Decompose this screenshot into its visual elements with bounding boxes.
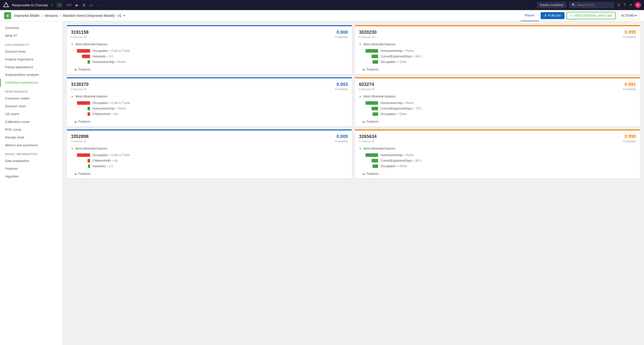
most-influential-toggle[interactable]: ▼ Most influential features <box>71 147 348 150</box>
refresh-icon[interactable]: ↻ <box>57 3 63 8</box>
nav-icons: ⤴ ↻ </> ▶ ⊞ ▭ ··· <box>51 3 100 8</box>
chevron-down-icon[interactable]: ▾ <box>124 14 125 17</box>
sidebar-item-confusion-matrix[interactable]: Confusion matrix <box>0 95 63 102</box>
sidebar-item-decision-trees[interactable]: Decision trees <box>0 48 63 56</box>
search-icon: 🔍 <box>572 3 576 7</box>
feature-bar-container <box>363 112 378 116</box>
expand-arrow-icon: ▶ <box>363 173 365 175</box>
feature-label: CurrentEquipmentDays = 84.0 <box>381 55 421 58</box>
actions-button[interactable]: ACTIONS ▾ <box>618 12 640 19</box>
collapse-arrow-icon: ▼ <box>359 43 361 46</box>
expand-arrow-icon: ▶ <box>363 68 365 71</box>
search-bar[interactable]: 🔍 Search DSS... <box>569 2 614 8</box>
card-probability: 0.005 <box>335 134 348 139</box>
feature-row: Handsets = 1.0 <box>75 163 348 169</box>
second-nav: ◈ Improved Model / Versions / Random for… <box>0 10 644 21</box>
sidebar-item-calibration-curve[interactable]: Calibration curve <box>0 118 63 126</box>
sidebar-item-summary[interactable]: Summary <box>0 24 63 32</box>
app-logo <box>3 2 9 8</box>
view-analysis-button[interactable]: ↻ VIEW ORIGINAL ANALYSIS <box>567 12 616 19</box>
publish-button[interactable]: ⬆ PUBLISH <box>541 12 565 19</box>
sidebar-item-individual-explanations[interactable]: Individual explanations <box>0 79 63 87</box>
sidebar-item-subpopulation[interactable]: Subpopulation analysis <box>0 71 63 79</box>
refresh-green-icon: ↻ <box>570 14 573 17</box>
sidebar: Summary What if? EXPLAINABILITY Decision… <box>0 21 63 345</box>
card-customer-id: 3020230 <box>359 30 377 35</box>
feature-bar-container <box>363 164 378 168</box>
feature-row: CurrentEquipmentDays = 84.0 <box>363 54 636 59</box>
sidebar-item-algorithm[interactable]: Algorithm <box>0 173 63 181</box>
feature-bar-container <box>75 153 90 157</box>
collapse-arrow-icon: ▼ <box>359 95 361 98</box>
feature-row: CurrentEquipmentDays = 80.0 <box>363 158 636 163</box>
feature-bar <box>82 55 90 58</box>
breadcrumb-part3[interactable]: Random forest (Improved Model) - v1 <box>63 14 122 18</box>
explanation-card: 603274 Customer ID 0.991 Probability ▼ M… <box>355 77 640 126</box>
most-influential-label: Most influential features <box>75 95 107 98</box>
most-influential-toggle[interactable]: ▼ Most influential features <box>359 95 636 98</box>
report-tab[interactable]: Report <box>521 10 539 21</box>
feature-row: Homeownership = Rents <box>75 106 348 111</box>
most-influential-toggle[interactable]: ▼ Most influential features <box>71 95 348 98</box>
card-section: ▼ Most influential features Occupation =… <box>67 145 352 170</box>
card-customer-id: 3352898 <box>71 134 89 139</box>
sidebar-item-feature-importance[interactable]: Feature importance <box>0 56 63 63</box>
sidebar-item-decision-chart[interactable]: Decision chart <box>0 102 63 110</box>
sidebar-item-data-preparation[interactable]: Data preparation <box>0 157 63 165</box>
card-prob-label: Probability <box>335 140 348 143</box>
sidebar-item-lift-charts[interactable]: Lift charts <box>0 110 63 118</box>
features-toggle[interactable]: ▶ Features <box>67 66 352 74</box>
feature-row: Occupation = Craft or Trade <box>75 48 348 54</box>
card-id-label: Customer ID <box>359 36 377 39</box>
share-icon[interactable]: ⤴ <box>51 3 53 7</box>
card-header: 3138370 Customer ID 0.003 Probability <box>67 78 352 93</box>
breadcrumb-sep2: / <box>60 14 61 18</box>
most-influential-toggle[interactable]: ▼ Most influential features <box>359 147 636 150</box>
card-header: 3020230 Customer ID 0.995 Probability <box>355 26 640 41</box>
feature-bar-container <box>75 49 90 53</box>
feature-label: Occupation = Craft or Trade <box>93 101 130 105</box>
explainability-header: EXPLAINABILITY <box>0 40 63 48</box>
card-customer-id: 603274 <box>359 82 375 87</box>
most-influential-toggle[interactable]: ▼ Most influential features <box>359 43 636 46</box>
card-id-label: Customer ID <box>71 140 89 143</box>
sidebar-item-metrics-assertions[interactable]: Metrics and assertions <box>0 142 63 149</box>
feature-bar <box>88 159 90 162</box>
breadcrumb-part2[interactable]: Versions <box>44 14 58 18</box>
grid-icon[interactable]: ⠿ <box>617 3 620 8</box>
card-section: ▼ Most influential features Homeownershi… <box>355 145 640 170</box>
feature-row: Occupation = Other <box>363 111 636 117</box>
collapse-arrow-icon: ▼ <box>71 43 73 46</box>
help-icon[interactable]: ? <box>623 3 626 7</box>
analytics-icon[interactable]: ↗ <box>629 3 632 8</box>
feature-label: Occupation = Other <box>381 60 407 64</box>
more-icon[interactable]: ··· <box>97 3 100 7</box>
sidebar-item-density-chart[interactable]: Density chart <box>0 134 63 142</box>
performance-header: PERFORMANCE <box>0 87 63 95</box>
features-toggle[interactable]: ▶ Features <box>355 118 640 126</box>
feature-bar-container <box>75 107 90 110</box>
feature-bar <box>88 164 90 168</box>
features-toggle[interactable]: ▶ Features <box>67 170 352 179</box>
feature-label: Occupation = Craft or Trade <box>93 153 130 157</box>
features-toggle[interactable]: ▶ Features <box>355 170 640 179</box>
code-icon[interactable]: </> <box>67 3 72 7</box>
features-toggle[interactable]: ▶ Features <box>355 66 640 74</box>
features-toggle[interactable]: ▶ Features <box>67 118 352 126</box>
database-icon[interactable]: ⊞ <box>83 3 86 7</box>
academy-button[interactable]: Dataiku Academy <box>537 2 566 8</box>
explanation-card: 3020230 Customer ID 0.995 Probability ▼ … <box>355 25 640 74</box>
sidebar-item-whatif[interactable]: What if? <box>0 32 63 40</box>
most-influential-toggle[interactable]: ▼ Most influential features <box>71 43 348 46</box>
card-prob-label: Probability <box>623 88 636 91</box>
screen-icon[interactable]: ▭ <box>90 3 93 7</box>
avatar: D <box>635 2 641 8</box>
sidebar-item-partial-dependence[interactable]: Partial dependence <box>0 63 63 71</box>
breadcrumb-part1[interactable]: Improved Model <box>14 14 39 18</box>
sidebar-item-features[interactable]: Features <box>0 165 63 173</box>
card-probability: 0.991 <box>623 82 636 87</box>
feature-bar-container <box>75 101 90 105</box>
feature-bar <box>372 55 378 58</box>
play-icon[interactable]: ▶ <box>76 3 78 7</box>
sidebar-item-roc-curve[interactable]: ROC curve <box>0 126 63 134</box>
